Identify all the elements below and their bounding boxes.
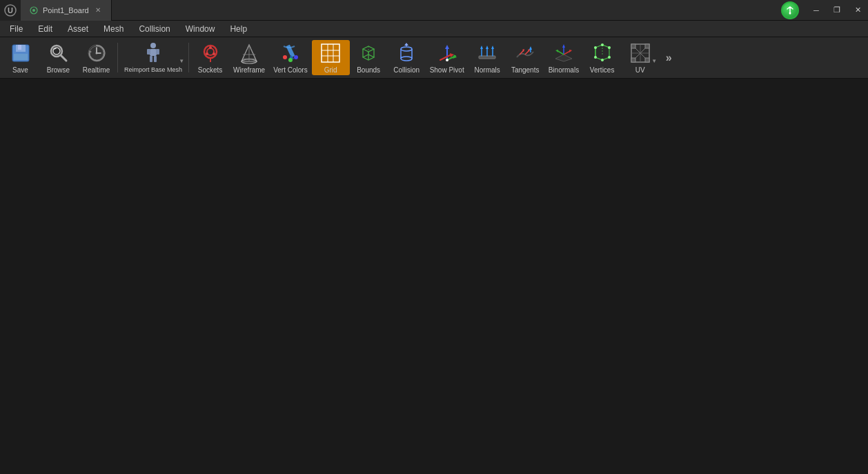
svg-point-40: [283, 55, 287, 59]
reimport-icon: [141, 41, 165, 65]
binormals-label: Binormals: [549, 66, 579, 74]
svg-rect-20: [150, 49, 157, 56]
toolbar-overflow-button[interactable]: »: [659, 40, 678, 75]
sockets-label: Sockets: [198, 66, 223, 74]
bounds-button[interactable]: Bounds: [350, 40, 388, 75]
grid-label: Grid: [324, 66, 337, 74]
svg-line-12: [54, 48, 56, 49]
uv-label: UV: [635, 66, 645, 74]
reimport-dropdown-arrow: ▼: [179, 58, 184, 64]
svg-marker-59: [404, 43, 408, 46]
svg-point-54: [401, 47, 412, 51]
minimize-button[interactable]: ─: [806, 0, 827, 21]
svg-marker-79: [529, 46, 532, 50]
wireframe-icon: [237, 42, 261, 64]
close-button[interactable]: ✕: [847, 0, 868, 21]
collision-label: Collision: [393, 66, 420, 74]
vertices-button[interactable]: Vertices: [583, 40, 621, 75]
svg-point-93: [608, 56, 611, 59]
svg-rect-24: [154, 56, 157, 62]
menu-edit[interactable]: Edit: [31, 23, 59, 35]
showpivot-label: Show Pivot: [430, 66, 464, 74]
collision-button[interactable]: Collision: [388, 40, 426, 75]
vertcolors-button[interactable]: Vert Colors: [269, 40, 311, 75]
uv-button[interactable]: ▼ UV: [621, 40, 659, 75]
separator-2: [188, 43, 189, 72]
collision-icon: [395, 42, 418, 64]
svg-point-3: [32, 9, 35, 12]
svg-point-19: [150, 43, 156, 48]
separator-1: [117, 43, 118, 72]
showpivot-button[interactable]: Show Pivot: [426, 40, 468, 75]
uv-dropdown-arrow: ▼: [651, 58, 657, 64]
browse-label: Browse: [47, 66, 70, 74]
reimport-button[interactable]: ▼ Reimport Base Mesh: [120, 40, 186, 75]
restore-button[interactable]: ❐: [827, 0, 847, 21]
vertices-label: Vertices: [590, 66, 615, 74]
save-label: Save: [12, 66, 28, 74]
menu-help[interactable]: Help: [223, 23, 254, 35]
tab-label: Point1_Board: [43, 6, 89, 14]
svg-rect-8: [14, 54, 28, 60]
svg-rect-43: [322, 44, 339, 62]
menu-mesh[interactable]: Mesh: [97, 23, 130, 35]
realtime-button[interactable]: Realtime: [77, 40, 115, 75]
save-button[interactable]: Save: [1, 40, 39, 75]
svg-marker-71: [486, 46, 489, 49]
menu-asset[interactable]: Asset: [61, 23, 95, 35]
svg-marker-73: [491, 46, 494, 49]
realtime-label: Realtime: [83, 66, 110, 74]
svg-marker-69: [480, 46, 483, 49]
browse-button[interactable]: Browse: [39, 40, 77, 75]
svg-rect-7: [18, 45, 21, 50]
sockets-button[interactable]: Sockets: [191, 40, 229, 75]
viewport[interactable]: [0, 79, 868, 468]
save-icon: [9, 42, 32, 64]
svg-point-41: [288, 58, 293, 62]
svg-point-17: [95, 52, 97, 54]
ue-logo: U: [0, 0, 21, 21]
sockets-icon: [199, 42, 222, 64]
wireframe-label: Wireframe: [233, 66, 265, 74]
svg-text:U: U: [8, 6, 13, 14]
svg-rect-102: [631, 58, 635, 62]
active-tab[interactable]: Point1_Board ✕: [21, 0, 112, 21]
vertices-icon: [591, 42, 614, 64]
title-bar: U Point1_Board ✕ ─ ❐ ✕: [0, 0, 868, 21]
svg-marker-83: [569, 50, 572, 52]
svg-point-29: [213, 52, 215, 55]
svg-point-42: [294, 55, 298, 59]
svg-point-91: [608, 46, 611, 49]
svg-point-90: [601, 43, 604, 46]
svg-line-34: [244, 45, 249, 57]
overflow-label: »: [666, 52, 672, 64]
svg-point-94: [601, 59, 604, 61]
normals-button[interactable]: Normals: [468, 40, 506, 75]
wireframe-button[interactable]: Wireframe: [229, 40, 269, 75]
binormals-button[interactable]: Binormals: [544, 40, 583, 75]
tab-close-button[interactable]: ✕: [93, 6, 103, 15]
menu-window[interactable]: Window: [179, 23, 222, 35]
svg-marker-86: [595, 45, 609, 60]
overflow-icon: »: [662, 46, 675, 70]
tangents-button[interactable]: Tangents: [506, 40, 544, 75]
svg-rect-101: [645, 44, 649, 48]
svg-point-89: [594, 46, 597, 49]
showpivot-icon: [435, 42, 459, 64]
uv-icon: [629, 42, 652, 64]
vertcolors-label: Vert Colors: [273, 66, 307, 74]
grid-button[interactable]: Grid: [312, 40, 350, 75]
browse-icon: [47, 42, 70, 64]
tab-bar: Point1_Board ✕: [21, 0, 112, 21]
svg-line-10: [61, 55, 66, 61]
svg-point-55: [401, 57, 412, 61]
epic-launcher-button[interactable]: [781, 1, 799, 19]
svg-rect-22: [156, 49, 159, 55]
svg-marker-85: [555, 50, 558, 52]
grid-icon: [319, 42, 342, 64]
toolbar: Save Browse: [0, 37, 868, 79]
title-bar-left: U Point1_Board ✕: [0, 0, 112, 21]
menu-file[interactable]: File: [3, 23, 30, 35]
menu-collision[interactable]: Collision: [132, 23, 177, 35]
svg-line-76: [525, 50, 529, 55]
